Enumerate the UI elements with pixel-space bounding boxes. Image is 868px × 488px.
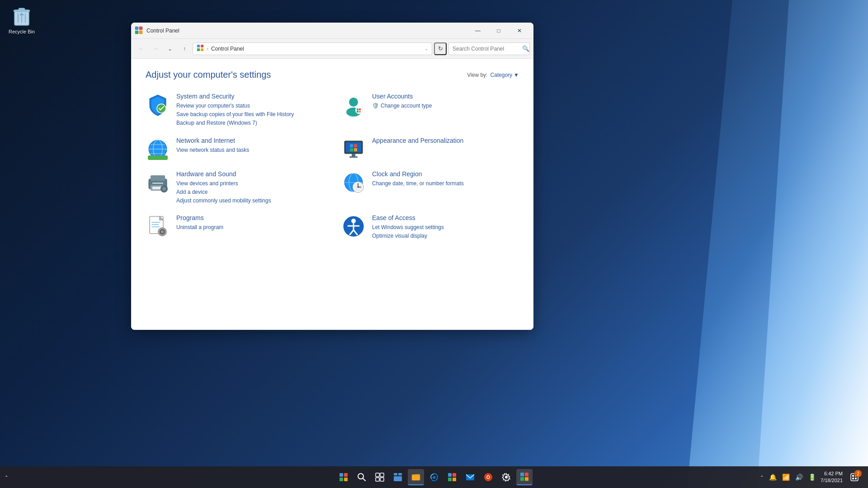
close-button[interactable]: ✕ xyxy=(509,23,530,39)
user-accounts-title[interactable]: User Accounts xyxy=(372,93,519,100)
svg-rect-70 xyxy=(340,478,343,481)
address-bar[interactable]: › Control Panel ⌄ xyxy=(193,42,432,55)
recent-locations-button[interactable]: ⌄ xyxy=(164,42,176,55)
view-by-label: View by: xyxy=(467,72,487,78)
system-clock[interactable]: 6:42 PM 7/18/2021 xyxy=(821,470,843,484)
svg-rect-1 xyxy=(14,10,30,12)
taskbar-right: ⌃ 🔔 📶 🔊 🔋 6:42 PM 7/18/2021 2 xyxy=(759,469,868,485)
search-bar[interactable]: 🔍 xyxy=(448,42,530,55)
svg-rect-29 xyxy=(346,142,361,152)
clock-time: 6:42 PM xyxy=(821,470,843,477)
system-security-link-1[interactable]: Review your computer's status xyxy=(176,102,323,110)
category-user-accounts: User Accounts 🛡️ Change account type xyxy=(341,93,519,128)
svg-rect-76 xyxy=(376,478,379,481)
network-internet-title[interactable]: Network and Internet xyxy=(176,137,323,144)
up-button[interactable]: ↑ xyxy=(178,42,191,55)
svg-rect-86 xyxy=(453,478,456,481)
hardware-sound-title[interactable]: Hardware and Sound xyxy=(176,170,323,178)
programs-link-1[interactable]: Uninstall a program xyxy=(176,223,323,232)
search-icon: 🔍 xyxy=(522,45,529,52)
task-view-button[interactable] xyxy=(372,469,388,485)
hardware-sound-content: Hardware and Sound View devices and prin… xyxy=(176,170,323,206)
search-input[interactable] xyxy=(453,46,520,52)
category-clock-region: Clock and Region Change date, time, or n… xyxy=(341,170,519,206)
volume-icon[interactable]: 🔊 xyxy=(794,473,804,482)
category-hardware-sound: Hardware and Sound View devices and prin… xyxy=(146,170,323,206)
category-programs: Programs Uninstall a program xyxy=(146,214,323,240)
programs-title[interactable]: Programs xyxy=(176,214,323,221)
svg-rect-31 xyxy=(354,144,357,147)
network-internet-link-1[interactable]: View network status and tasks xyxy=(176,146,323,155)
svg-rect-96 xyxy=(852,475,854,477)
hardware-sound-link-3[interactable]: Adjust commonly used mobility settings xyxy=(176,197,323,205)
content-area: Adjust your computer's settings View by:… xyxy=(131,59,533,330)
svg-point-17 xyxy=(355,107,363,114)
store-button[interactable] xyxy=(444,469,460,485)
title-bar: Control Panel — □ ✕ xyxy=(131,23,533,39)
control-panel-taskbar-button[interactable] xyxy=(516,469,533,485)
svg-rect-44 xyxy=(164,191,165,192)
system-security-link-2[interactable]: Save backup copies of your files with Fi… xyxy=(176,110,323,119)
svg-line-73 xyxy=(363,479,365,481)
system-security-icon xyxy=(146,93,170,117)
wifi-icon[interactable]: 📶 xyxy=(781,473,791,482)
svg-rect-34 xyxy=(352,154,355,156)
action-center-button[interactable]: 2 xyxy=(846,469,863,485)
appearance-title[interactable]: Appearance and Personalization xyxy=(372,137,519,144)
nav-bar: ← → ⌄ ↑ › Control Panel ⌄ ↻ 🔍 xyxy=(131,39,533,59)
system-security-link-3[interactable]: Backup and Restore (Windows 7) xyxy=(176,119,323,127)
ease-of-access-link-2[interactable]: Optimize visual display xyxy=(372,232,519,240)
svg-rect-79 xyxy=(398,473,402,475)
svg-rect-77 xyxy=(380,478,384,481)
view-by-value[interactable]: Category ▼ xyxy=(490,72,519,78)
user-accounts-content: User Accounts 🛡️ Change account type xyxy=(372,93,519,110)
clock-region-title[interactable]: Clock and Region xyxy=(372,170,519,178)
widgets-button[interactable] xyxy=(390,469,406,485)
office-button[interactable]: O xyxy=(480,469,496,485)
start-button[interactable] xyxy=(335,469,352,485)
hardware-sound-link-2[interactable]: Add a device xyxy=(176,188,323,197)
svg-rect-30 xyxy=(350,144,353,147)
category-appearance: Appearance and Personalization xyxy=(341,137,519,161)
recycle-bin-icon[interactable]: Recycle Bin xyxy=(4,4,40,36)
battery-icon[interactable]: 🔋 xyxy=(807,473,817,482)
svg-point-15 xyxy=(349,98,358,107)
maximize-button[interactable]: □ xyxy=(488,23,509,39)
user-accounts-icon xyxy=(341,93,366,117)
programs-content: Programs Uninstall a program xyxy=(176,214,323,232)
mail-button[interactable] xyxy=(462,469,478,485)
file-explorer-button[interactable] xyxy=(408,469,424,485)
notification-badge: 2 xyxy=(854,470,862,477)
clock-region-link-1[interactable]: Change date, time, or number formats xyxy=(372,179,519,188)
edge-button[interactable] xyxy=(426,469,442,485)
svg-rect-11 xyxy=(201,45,203,47)
svg-rect-2 xyxy=(19,8,25,10)
ease-of-access-title[interactable]: Ease of Access xyxy=(372,214,519,221)
svg-rect-94 xyxy=(525,477,528,481)
svg-rect-21 xyxy=(359,111,361,113)
control-panel-window: Control Panel — □ ✕ ← → ⌄ ↑ › Control Pa… xyxy=(131,23,533,330)
show-hidden-icons-button[interactable]: ⌃ xyxy=(759,473,764,482)
notification-expand-button[interactable]: ⌃ xyxy=(4,473,9,482)
system-security-title[interactable]: System and Security xyxy=(176,93,323,100)
svg-rect-32 xyxy=(350,148,353,151)
svg-rect-74 xyxy=(376,473,379,477)
refresh-button[interactable]: ↻ xyxy=(434,42,447,55)
hardware-sound-icon xyxy=(146,170,170,195)
svg-rect-46 xyxy=(166,188,168,189)
settings-button[interactable] xyxy=(498,469,514,485)
back-button[interactable]: ← xyxy=(135,42,147,55)
hardware-sound-link-1[interactable]: View devices and printers xyxy=(176,179,323,188)
user-accounts-link-1[interactable]: Change account type xyxy=(381,102,432,110)
svg-rect-45 xyxy=(160,188,162,189)
view-by-control: View by: Category ▼ xyxy=(467,72,519,78)
ease-of-access-link-1[interactable]: Let Windows suggest settings xyxy=(372,223,519,232)
svg-rect-93 xyxy=(520,477,524,481)
svg-rect-33 xyxy=(354,148,357,151)
taskbar-search-button[interactable] xyxy=(354,469,370,485)
minimize-button[interactable]: — xyxy=(467,23,488,39)
notifications-icon[interactable]: 🔔 xyxy=(768,473,778,482)
ease-of-access-content: Ease of Access Let Windows suggest setti… xyxy=(372,214,519,240)
svg-rect-82 xyxy=(412,475,420,480)
forward-button[interactable]: → xyxy=(149,42,162,55)
